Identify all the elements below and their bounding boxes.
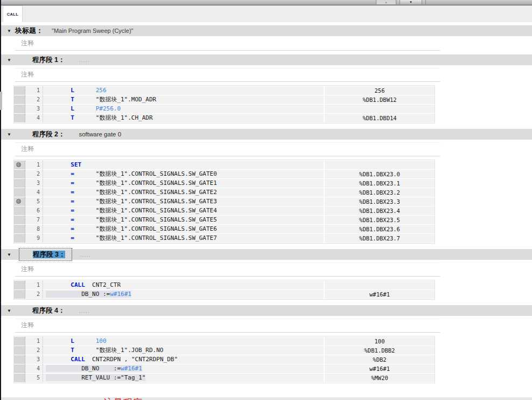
code-row[interactable]: 7 = "数据块_1".CONTROL_SIGNALS.SW_GATE5%DB1…: [14, 216, 435, 224]
collapse-icon[interactable]: ▼: [7, 132, 13, 137]
code-row[interactable]: 3 L P#256.0: [14, 105, 435, 113]
block-comment-field[interactable]: 注释: [15, 37, 440, 51]
row-gutter[interactable]: [14, 216, 25, 224]
code-row[interactable]: 4 T "数据块_1".CH_ADR%DB1.DBD14: [14, 114, 435, 122]
code-cell[interactable]: = "数据块_1".CONTROL_SIGNALS.SW_GATE1: [43, 179, 324, 188]
row-gutter[interactable]: [14, 114, 25, 122]
code-cell[interactable]: = "数据块_1".CONTROL_SIGNALS.SW_GATE2: [43, 188, 324, 197]
code-cell[interactable]: L P#256.0: [43, 105, 324, 113]
network-subtitle[interactable]: .....: [79, 307, 89, 314]
code-row[interactable]: 2 DB_NO :=w#16#1w#16#1: [14, 290, 435, 299]
code-cell[interactable]: = "数据块_1".CONTROL_SIGNALS.SW_GATE7: [43, 234, 324, 243]
code-cell[interactable]: T "数据块_1".JOB_RD.NO: [43, 346, 324, 355]
strip-divider: [425, 0, 426, 4]
code-row[interactable]: 4 DB_NO :=w#16#1w#16#1: [14, 364, 435, 373]
row-gutter[interactable]: [14, 206, 25, 215]
code-row[interactable]: 2 = "数据块_1".CONTROL_SIGNALS.SW_GATE0%DB1…: [14, 170, 435, 178]
code-row[interactable]: 8 = "数据块_1".CONTROL_SIGNALS.SW_GATE6%DB1…: [14, 225, 435, 233]
code-row[interactable]: 2 T "数据块_1".MOD_ADR%DB1.DBW12: [14, 95, 435, 104]
code-row[interactable]: 2 T "数据块_1".JOB_RD.NO%DB1.DBB2: [14, 346, 435, 355]
network-header[interactable]: ▼程序段 3：.....: [0, 249, 532, 260]
block-title-band[interactable]: ▼ 块标题： "Main Program Sweep (Cycle)": [0, 25, 532, 36]
network-title[interactable]: 程序段 1：: [32, 56, 65, 64]
collapse-icon[interactable]: ▼: [7, 308, 13, 313]
code-cell[interactable]: = "数据块_1".CONTROL_SIGNALS.SW_GATE0: [43, 170, 324, 178]
line-number: 4: [25, 364, 43, 373]
row-gutter[interactable]: [14, 161, 25, 169]
code-cell[interactable]: = "数据块_1".CONTROL_SIGNALS.SW_GATE6: [43, 225, 324, 233]
scroll-down-button[interactable]: ▼: [400, 0, 422, 4]
code-cell[interactable]: L 256: [43, 86, 324, 95]
network-header[interactable]: ▼程序段 1：.....: [0, 54, 532, 65]
code-row[interactable]: 4 = "数据块_1".CONTROL_SIGNALS.SW_GATE2%DB1…: [14, 188, 435, 197]
code-row[interactable]: 3 CALL CNT2RDPN , "CNT2RDPN_DB"%DB2: [14, 355, 435, 364]
network-comment-field[interactable]: 注释: [15, 142, 440, 156]
scroll-up-button[interactable]: ▲: [376, 0, 396, 4]
operand-address-cell: %DB1.DBW12: [325, 95, 435, 104]
code-cell[interactable]: CALL CNT2_CTR: [43, 281, 324, 289]
code-cell[interactable]: L 100: [43, 337, 324, 346]
operand-address-cell: %DB2: [325, 355, 435, 364]
row-gutter[interactable]: [14, 225, 25, 233]
code-row[interactable]: 1 CALL CNT2_CTR: [14, 281, 435, 289]
code-row[interactable]: 5 RET_VALU :="Tag_1"%MW20: [14, 374, 435, 382]
row-gutter[interactable]: [14, 355, 25, 364]
row-gutter[interactable]: [14, 374, 25, 382]
network-subtitle[interactable]: software gate 0: [79, 131, 121, 137]
row-gutter[interactable]: [14, 234, 25, 243]
code-cell[interactable]: DB_NO :=w#16#1: [43, 364, 324, 373]
row-gutter[interactable]: [14, 170, 25, 178]
code-row[interactable]: 6 = "数据块_1".CONTROL_SIGNALS.SW_GATE4%DB1…: [14, 206, 435, 215]
network-header[interactable]: ▼程序段 4：.....: [0, 305, 532, 316]
bookmark-marker-icon[interactable]: [16, 162, 21, 167]
row-gutter[interactable]: [14, 188, 25, 197]
code-cell[interactable]: = "数据块_1".CONTROL_SIGNALS.SW_GATE5: [43, 216, 324, 224]
row-gutter[interactable]: [14, 364, 25, 373]
operand-address-cell: [325, 281, 435, 289]
code-cell[interactable]: CALL CNT2RDPN , "CNT2RDPN_DB": [43, 355, 324, 364]
row-gutter[interactable]: [14, 337, 25, 346]
code-row[interactable]: 1 SET: [14, 161, 435, 169]
collapse-icon[interactable]: ▼: [7, 29, 13, 33]
row-gutter[interactable]: [14, 105, 25, 113]
network-comment-field[interactable]: 注释: [15, 263, 440, 277]
row-gutter[interactable]: [14, 290, 25, 299]
code-cell[interactable]: T "数据块_1".CH_ADR: [43, 114, 324, 122]
code-row[interactable]: 1 L 100100: [14, 337, 435, 346]
code-cell[interactable]: SET: [43, 161, 324, 169]
row-gutter[interactable]: [14, 197, 25, 206]
network-header[interactable]: ▼程序段 2：software gate 0: [0, 129, 532, 140]
bookmark-marker-icon[interactable]: [16, 199, 21, 204]
footer-band: 这是程序: [0, 397, 532, 400]
operand-address-cell: %MW20: [325, 374, 435, 382]
code-row[interactable]: 3 = "数据块_1".CONTROL_SIGNALS.SW_GATE1%DB1…: [14, 179, 435, 188]
network-title[interactable]: 程序段 4：: [32, 307, 65, 314]
network-title[interactable]: 程序段 3：: [33, 251, 65, 258]
code-row[interactable]: 5 = "数据块_1".CONTROL_SIGNALS.SW_GATE3%DB1…: [14, 197, 435, 206]
code-cell[interactable]: = "数据块_1".CONTROL_SIGNALS.SW_GATE3: [43, 197, 324, 206]
collapse-icon[interactable]: ▼: [7, 252, 13, 257]
left-scrollbar-thumb[interactable]: [0, 92, 2, 110]
network-title[interactable]: 程序段 2：: [32, 130, 65, 138]
network-comment-field[interactable]: 注释: [15, 319, 440, 333]
code-row[interactable]: 1 L 256256: [14, 86, 435, 95]
code-cell[interactable]: DB_NO :=w#16#1: [43, 290, 324, 299]
network-comment-field[interactable]: 注释: [15, 68, 440, 82]
row-gutter[interactable]: [14, 86, 25, 95]
network-subtitle[interactable]: .....: [80, 251, 90, 258]
row-gutter[interactable]: [14, 281, 25, 289]
row-gutter[interactable]: [14, 95, 25, 104]
code-cell[interactable]: T "数据块_1".MOD_ADR: [43, 95, 324, 104]
operand-address-cell: %DB1.DBB2: [325, 346, 435, 355]
code-row[interactable]: 9 = "数据块_1".CONTROL_SIGNALS.SW_GATE7%DB1…: [14, 234, 435, 243]
code-cell[interactable]: RET_VALU :="Tag_1": [43, 374, 324, 382]
tab-call-instruction[interactable]: CALL: [3, 5, 23, 22]
row-gutter[interactable]: [14, 346, 25, 355]
network-subtitle[interactable]: .....: [79, 57, 89, 63]
block-title-value[interactable]: "Main Program Sweep (Cycle)": [52, 27, 133, 34]
row-gutter[interactable]: [14, 179, 25, 188]
code-table: 1 L 2562562 T "数据块_1".MOD_ADR%DB1.DBW123…: [13, 85, 435, 123]
code-cell[interactable]: = "数据块_1".CONTROL_SIGNALS.SW_GATE4: [43, 206, 324, 215]
block-title-label: 块标题：: [15, 26, 43, 36]
collapse-icon[interactable]: ▼: [7, 58, 13, 63]
